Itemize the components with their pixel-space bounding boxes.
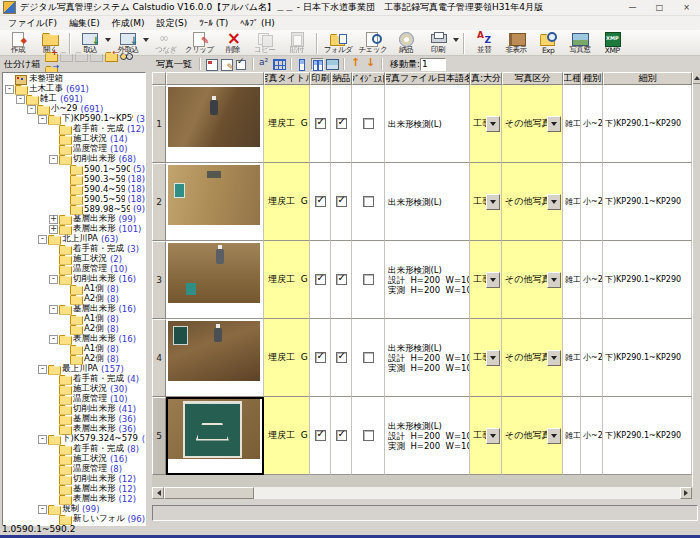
delivery-button[interactable]: 納品 xyxy=(390,31,422,55)
scrollbar-track[interactable] xyxy=(254,487,680,499)
scroll-up-icon[interactable] xyxy=(693,72,700,84)
column-header[interactable] xyxy=(166,72,264,85)
expand-toggle-icon[interactable]: + xyxy=(49,215,58,224)
file-name-cell[interactable]: 出来形検測(L)設計 H=200 W=1000実測 H=200 W=1000 xyxy=(385,241,470,319)
photo-title-cell[interactable]: 埋戻工 G xyxy=(264,163,310,241)
work-type-cell[interactable]: 雑工 xyxy=(563,319,581,397)
photo-title-cell[interactable]: 埋戻工 G xyxy=(264,319,310,397)
file-name-cell[interactable]: 出来形検測(L) xyxy=(385,163,470,241)
expand-toggle-icon[interactable]: - xyxy=(5,85,14,94)
print-checkbox[interactable] xyxy=(315,274,326,285)
photo-title-cell[interactable]: 埋戻工 G xyxy=(264,85,310,163)
photo-kubun-cell[interactable]: その他写真 xyxy=(502,241,563,319)
detail-cell[interactable]: 下)KP290.1~KP290 xyxy=(603,319,692,397)
column-header[interactable] xyxy=(152,72,166,85)
check-button[interactable]: チェック xyxy=(355,31,390,55)
expand-toggle-icon[interactable]: - xyxy=(38,115,47,124)
sort-button[interactable]: 並替 xyxy=(468,31,500,55)
file-name-cell[interactable]: 出来形検測(L)設計 H=200 W=1000実測 H=200 W=1000 xyxy=(385,319,470,397)
tree-item[interactable]: -基層出来形(16) xyxy=(3,304,145,314)
expand-toggle-icon[interactable]: - xyxy=(38,505,47,514)
print-checkbox[interactable] xyxy=(315,352,326,363)
print-checkbox[interactable] xyxy=(315,430,326,441)
file-name-cell[interactable]: 出来形検測(L) xyxy=(385,85,470,163)
photo-kubun-cell[interactable]: その他写真 xyxy=(502,85,563,163)
expand-toggle-icon[interactable]: - xyxy=(49,155,58,164)
column-header[interactable]: 写真タイトル xyxy=(264,72,310,85)
row-number[interactable]: 5 xyxy=(152,397,166,475)
tree-item[interactable]: 590.4~590.5(18) xyxy=(3,184,145,194)
album-properties-icon[interactable] xyxy=(205,58,218,70)
tree-item[interactable]: 589.98~590.1(9) xyxy=(3,204,145,214)
photo-window-button[interactable]: 写真窓 xyxy=(564,31,596,55)
delivery-checkbox[interactable] xyxy=(336,274,347,285)
photo-kubun-dropdown-button[interactable] xyxy=(547,350,561,366)
photo-kubun-cell[interactable]: その他写真 xyxy=(502,163,563,241)
row-number[interactable]: 2 xyxy=(152,163,166,241)
digest-checkbox[interactable] xyxy=(363,274,374,285)
photo-kubun-dropdown-button[interactable] xyxy=(547,194,561,210)
photo-cell[interactable] xyxy=(166,163,264,241)
work-type-cell[interactable]: 雑工 xyxy=(563,85,581,163)
tree-item[interactable]: 590.5~590.6(18) xyxy=(3,194,145,204)
xmp-button[interactable]: XMP xyxy=(596,31,628,55)
expand-toggle-icon[interactable]: - xyxy=(49,335,58,344)
print-checkbox[interactable] xyxy=(315,196,326,207)
edit-select-icon[interactable] xyxy=(235,58,248,70)
vertical-scrollbar[interactable] xyxy=(692,72,700,487)
hide-button[interactable]: 非表示 xyxy=(500,31,532,55)
category-dropdown-button[interactable] xyxy=(486,428,500,444)
column-header[interactable]: 写真ファイル日本語名 xyxy=(385,72,470,85)
move-amount-input[interactable] xyxy=(420,58,446,71)
photo-thumbnail[interactable] xyxy=(168,321,260,381)
work-type-cell[interactable]: 雑工 xyxy=(563,241,581,319)
category-cell[interactable]: 工事 xyxy=(470,319,502,397)
menu-item-2[interactable]: 作成(M) xyxy=(106,17,151,30)
kind-cell[interactable]: 小~29 xyxy=(581,163,603,241)
tree-item[interactable]: A2側(8) xyxy=(3,354,145,364)
dropdown-arrow-icon[interactable] xyxy=(143,38,149,45)
tree-item[interactable]: A1側(8) xyxy=(3,314,145,324)
tree-item[interactable]: A1側(8) xyxy=(3,344,145,354)
column-header[interactable]: 印刷 xyxy=(310,72,331,85)
row-number[interactable]: 4 xyxy=(152,319,166,397)
delivery-checkbox[interactable] xyxy=(336,196,347,207)
move-up-icon[interactable] xyxy=(349,58,362,70)
tree-item[interactable]: A1側(8) xyxy=(3,284,145,294)
tree-item[interactable]: 未整理箱 xyxy=(3,74,145,84)
category-dropdown-button[interactable] xyxy=(486,194,500,210)
row-view-icon[interactable] xyxy=(296,58,309,70)
photo-title-cell[interactable]: 埋戻工 G xyxy=(264,397,310,475)
photo-thumbnail[interactable] xyxy=(168,243,260,303)
print-button[interactable]: 印刷 xyxy=(422,31,460,55)
tree-item[interactable]: A2側(8) xyxy=(3,294,145,304)
expand-toggle-icon[interactable]: + xyxy=(49,225,58,234)
expand-toggle-icon[interactable]: - xyxy=(49,275,58,284)
close-button[interactable]: × xyxy=(673,0,700,16)
kind-cell[interactable]: 小~29 xyxy=(581,319,603,397)
kind-cell[interactable]: 小~29 xyxy=(581,241,603,319)
photo-kubun-dropdown-button[interactable] xyxy=(547,428,561,444)
photo-thumbnail[interactable] xyxy=(168,165,260,225)
photo-title-cell[interactable]: 埋戻工 G xyxy=(264,241,310,319)
new-sortbox-icon[interactable] xyxy=(45,50,58,62)
photo-kubun-dropdown-button[interactable] xyxy=(547,116,561,132)
tree-item[interactable]: -切削出来形(16) xyxy=(3,274,145,284)
dropdown-arrow-icon[interactable] xyxy=(453,38,459,45)
photo-kubun-cell[interactable]: その他写真 xyxy=(502,397,563,475)
edit-photo-icon[interactable] xyxy=(220,58,233,70)
digest-checkbox[interactable] xyxy=(363,118,374,129)
digest-checkbox[interactable] xyxy=(363,430,374,441)
menu-item-5[interactable]: ﾍﾙﾌﾟ (H) xyxy=(234,18,281,28)
search-photos-icon[interactable] xyxy=(120,50,133,62)
category-cell[interactable]: 工事 xyxy=(470,85,502,163)
column-view-icon[interactable] xyxy=(311,58,324,70)
restore-button[interactable]: □ xyxy=(646,0,673,16)
photo-cell[interactable] xyxy=(166,319,264,397)
photo-window-small-icon[interactable] xyxy=(326,58,339,70)
menu-item-3[interactable]: 設定(S) xyxy=(151,17,194,30)
tree-item[interactable]: A2側(8) xyxy=(3,324,145,334)
expand-toggle-icon[interactable]: - xyxy=(27,105,36,114)
tree-item[interactable]: 590.1~590.2(5) xyxy=(3,164,145,174)
move-down-icon[interactable] xyxy=(364,58,377,70)
